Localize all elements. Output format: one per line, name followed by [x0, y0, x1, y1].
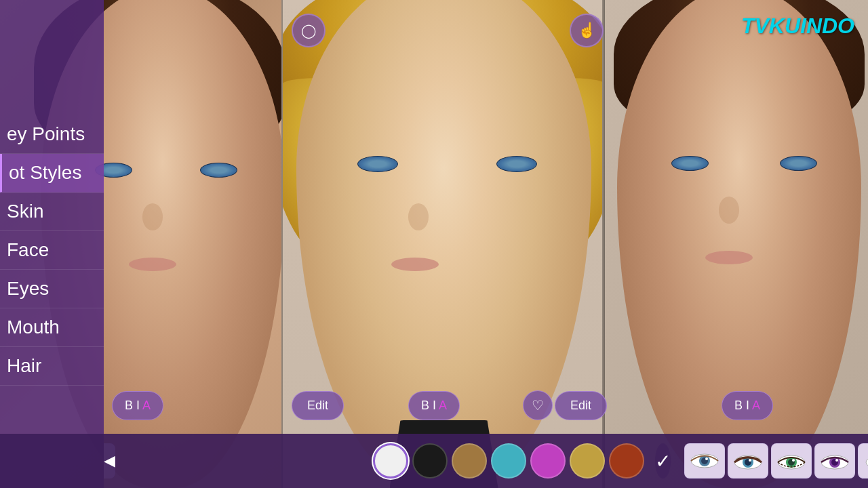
center-nose: [408, 203, 429, 230]
sidebar-item-hot-styles[interactable]: ot Styles: [0, 154, 104, 192]
right-eye-left: [671, 156, 709, 171]
eye-style-1[interactable]: [684, 443, 725, 479]
cursor-icon: ☝: [578, 22, 596, 39]
svg-point-7: [749, 459, 751, 462]
eye-style-3[interactable]: [771, 443, 812, 479]
eye-style-2[interactable]: [728, 443, 768, 479]
sidebar: ey Points ot Styles Skin Face Eyes Mouth…: [0, 0, 104, 488]
heart-icon: ♡: [532, 397, 544, 413]
svg-point-15: [835, 459, 838, 462]
eye-style-5-icon: [861, 447, 868, 474]
heart-button[interactable]: ♡: [523, 390, 553, 420]
eye-style-4[interactable]: [814, 443, 855, 479]
main-container: ey Points ot Styles Skin Face Eyes Mouth…: [0, 0, 868, 488]
sidebar-item-face[interactable]: Face: [0, 231, 104, 270]
edit-button-center-left[interactable]: Edit: [292, 391, 344, 420]
left-lips: [129, 258, 176, 271]
right-eye-right: [780, 156, 817, 171]
sidebar-item-eyes[interactable]: Eyes: [0, 270, 104, 308]
sidebar-item-skin[interactable]: Skin: [0, 192, 104, 231]
center-eye-right: [496, 156, 537, 172]
color-swatch-gold[interactable]: [570, 443, 605, 479]
left-arrow-icon: ◀: [104, 452, 115, 470]
bia-button-center[interactable]: B I A: [408, 391, 460, 420]
eye-style-2-icon: [731, 447, 765, 474]
center-top-right-button[interactable]: ☝: [570, 14, 604, 47]
bia-button-left[interactable]: B I A: [112, 391, 163, 420]
color-swatch-teal[interactable]: [491, 443, 526, 479]
eye-style-4-icon: [818, 447, 852, 474]
svg-point-11: [792, 459, 795, 462]
eye-style-3-icon: [774, 447, 808, 474]
edit-button-center-right[interactable]: Edit: [555, 391, 607, 420]
center-eye-left: [357, 156, 398, 172]
color-swatches-container: [373, 443, 644, 479]
color-swatch-purple[interactable]: [530, 443, 566, 479]
sidebar-item-hair[interactable]: Hair: [0, 347, 104, 386]
center-top-left-button[interactable]: ◯: [292, 14, 326, 47]
portrait-separator: [604, 0, 605, 488]
right-nose: [719, 197, 739, 224]
checkmark-icon: ✓: [655, 450, 671, 472]
bottom-toolbar: ◀ ✓: [0, 434, 868, 488]
eye-style-5[interactable]: [858, 443, 868, 479]
bia-button-right[interactable]: B I A: [722, 391, 773, 420]
color-swatch-white[interactable]: [373, 443, 408, 479]
right-lips: [705, 251, 753, 264]
color-swatch-brown[interactable]: [452, 443, 487, 479]
center-lips: [391, 258, 439, 271]
left-eye-right: [200, 163, 237, 178]
left-arrow-button[interactable]: ◀: [104, 443, 115, 479]
sidebar-item-mouth[interactable]: Mouth: [0, 308, 104, 347]
eye-style-1-icon: [688, 447, 722, 474]
left-nose: [142, 203, 163, 230]
color-swatch-auburn[interactable]: [609, 443, 644, 479]
color-swatch-black[interactable]: [412, 443, 448, 479]
checkmark-button[interactable]: ✓: [655, 443, 671, 479]
circle-icon: ◯: [301, 22, 316, 39]
sidebar-item-key-points[interactable]: ey Points: [0, 115, 104, 154]
eye-styles-container: [684, 443, 868, 479]
watermark: TVKUINDO: [741, 14, 854, 39]
svg-point-3: [705, 458, 708, 460]
